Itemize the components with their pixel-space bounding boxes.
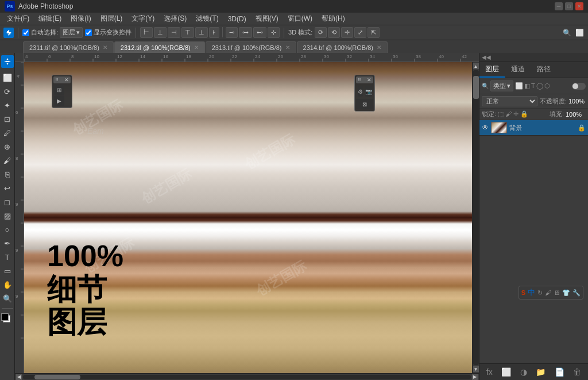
align-left-btn[interactable]: ⊢ — [140, 27, 153, 38]
close-button[interactable]: ✕ — [575, 2, 583, 10]
widget-2-icon-2[interactable]: 📷 — [365, 86, 372, 97]
zhong-icon[interactable]: 中 — [528, 287, 535, 298]
menu-select[interactable]: 选择(S) — [159, 13, 191, 25]
tab-1[interactable]: 2312.tif @ 100%(RGB/8) ✕ — [114, 41, 205, 53]
rotate-icon[interactable]: ↻ — [537, 289, 543, 297]
auto-select-dropdown[interactable]: 图层 ▾ — [60, 27, 83, 38]
tool-zoom[interactable]: 🔍 — [1, 292, 14, 305]
blend-mode-select[interactable]: 正常 — [482, 96, 537, 106]
scroll-right-arrow[interactable]: ▶ — [472, 374, 478, 380]
tool-gradient[interactable]: ▨ — [1, 209, 14, 222]
lock-position-icon[interactable]: ✛ — [513, 110, 519, 118]
3d-orbit-btn[interactable]: ⟳ — [315, 27, 327, 38]
menu-type[interactable]: 文字(Y) — [127, 13, 159, 25]
screen-icon[interactable]: 🖥 — [554, 289, 560, 296]
restore-button[interactable]: □ — [565, 2, 573, 10]
menu-layer[interactable]: 图层(L) — [96, 13, 127, 25]
canvas-widget-2[interactable]: ⠿ ✕ ⚙ 📷 ⊠ — [354, 75, 375, 112]
filter-smart-icon[interactable]: ⬡ — [544, 82, 550, 90]
3d-slide-btn[interactable]: ⤢ — [354, 27, 366, 38]
tab-2-close[interactable]: ✕ — [285, 44, 290, 51]
lock-transparent-icon[interactable]: ⬚ — [498, 110, 504, 118]
tool-brush[interactable]: 🖌 — [1, 154, 14, 167]
widget-2-icon-1[interactable]: ⚙ — [358, 86, 363, 97]
tool-heal[interactable]: ⊕ — [1, 140, 14, 153]
panel-tab-channels[interactable]: 通道 — [505, 62, 531, 78]
scroll-up-arrow[interactable]: ▲ — [473, 63, 479, 69]
scroll-left-arrow[interactable]: ◀ — [16, 374, 22, 380]
tool-shape[interactable]: ▭ — [1, 264, 14, 277]
add-layer-btn[interactable]: 📄 — [554, 366, 566, 378]
auto-select-checkbox[interactable] — [22, 29, 29, 36]
widget-2-icon-3[interactable]: ⊠ — [356, 99, 373, 109]
3d-roll-btn[interactable]: ⟲ — [328, 27, 340, 38]
tab-0-close[interactable]: ✕ — [103, 44, 107, 51]
tab-0[interactable]: 2311.tif @ 100%(RGB/8) ✕ — [23, 41, 114, 53]
widget-1-close[interactable]: ✕ — [64, 77, 69, 83]
tab-3-close[interactable]: ✕ — [377, 44, 381, 51]
tool-magic-wand[interactable]: ✦ — [1, 99, 14, 112]
add-mask-btn[interactable]: ⬜ — [500, 366, 512, 378]
tab-2[interactable]: 2313.tif @ 100%(RGB/8) ✕ — [206, 41, 296, 53]
scroll-thumb-v[interactable] — [473, 76, 479, 99]
canvas-widget-1[interactable]: ⠿ ✕ ⊞ ▶ — [52, 75, 72, 108]
menu-window[interactable]: 窗口(W) — [283, 13, 317, 25]
lock-all-icon[interactable]: 🔒 — [520, 110, 528, 118]
panel-collapse-bar[interactable]: ◀◀ — [479, 53, 588, 62]
delete-layer-btn[interactable]: 🗑 — [572, 366, 582, 378]
layers-filter-toggle[interactable] — [572, 83, 586, 90]
layer-visibility-eye[interactable]: 👁 — [482, 124, 489, 132]
tool-text[interactable]: T — [1, 251, 14, 263]
show-transform-checkbox[interactable] — [85, 29, 92, 36]
align-center-h-btn[interactable]: ⊥ — [154, 27, 167, 38]
distribute-3-btn[interactable]: ⊷ — [253, 27, 266, 38]
minimize-button[interactable]: ─ — [555, 2, 563, 10]
filter-pixel-icon[interactable]: ⬜ — [515, 82, 523, 90]
scroll-down-arrow[interactable]: ▼ — [473, 366, 479, 372]
tool-dodge[interactable]: ○ — [1, 223, 14, 236]
distribute-v-btn[interactable]: ⊶ — [239, 27, 252, 38]
vertical-scrollbar[interactable]: ▲ ▼ — [472, 62, 479, 373]
tool-eyedropper[interactable]: 🖊 — [1, 126, 14, 139]
menu-filter[interactable]: 滤镜(T) — [191, 13, 223, 25]
align-center-v-btn[interactable]: ⊥ — [195, 27, 208, 38]
filter-type-icon[interactable]: T — [531, 82, 535, 90]
distribute-4-btn[interactable]: ⊹ — [268, 27, 280, 38]
widget-1-play[interactable]: ▶ — [54, 95, 64, 106]
tool-clone[interactable]: ⎘ — [1, 168, 14, 181]
align-top-btn[interactable]: ⊤ — [181, 27, 194, 38]
layer-item-background[interactable]: 👁 背景 🔒 — [479, 120, 588, 136]
panel-tab-layers[interactable]: 图层 — [479, 62, 505, 78]
move-tool-icon[interactable] — [3, 28, 14, 38]
menu-file[interactable]: 文件(F) — [2, 13, 34, 25]
filter-adjust-icon[interactable]: ◧ — [524, 82, 530, 90]
3d-scale-btn[interactable]: ⇱ — [368, 27, 380, 38]
tab-1-close[interactable]: ✕ — [194, 44, 199, 51]
scroll-thumb-h[interactable] — [34, 375, 80, 379]
tool-lasso[interactable]: ⟳ — [1, 85, 14, 98]
menu-edit[interactable]: 编辑(E) — [34, 13, 66, 25]
lock-paint-icon[interactable]: 🖌 — [505, 110, 512, 118]
tool-crop[interactable]: ⊡ — [1, 113, 14, 125]
brush2-icon[interactable]: 🖌 — [545, 289, 551, 296]
wrench-icon[interactable]: 🔧 — [572, 289, 581, 297]
tool-history-brush[interactable]: ↩ — [1, 182, 14, 194]
align-right-btn[interactable]: ⊣ — [168, 27, 180, 38]
filter-shape-icon[interactable]: ◯ — [536, 82, 543, 90]
color-swatches[interactable] — [1, 313, 14, 326]
panel-collapse-icon[interactable]: ◀◀ — [482, 54, 491, 60]
tool-hand[interactable]: ✋ — [1, 278, 14, 291]
menu-view[interactable]: 视图(V) — [251, 13, 283, 25]
canvas[interactable]: 创艺国际 创艺国际 创艺国际 创艺国际 创艺国际 Eam ⠿ ✕ ⊞ ▶ — [24, 62, 472, 373]
add-adjustment-btn[interactable]: ◑ — [519, 366, 528, 378]
menu-image[interactable]: 图像(I) — [66, 13, 95, 25]
tool-eraser[interactable]: ◻ — [1, 195, 14, 208]
add-style-btn[interactable]: fx — [485, 366, 494, 378]
tab-3[interactable]: 2314.bf @ 100%(RGB/8) ✕ — [297, 41, 388, 53]
3d-pan-btn[interactable]: ✛ — [341, 27, 353, 38]
distribute-h-btn[interactable]: ⊸ — [226, 27, 238, 38]
s-icon[interactable]: S — [521, 289, 525, 296]
workspace-icon[interactable]: ⬜ — [574, 28, 585, 38]
search-icon[interactable]: 🔍 — [562, 28, 572, 38]
align-bottom-btn[interactable]: ⊦ — [209, 27, 219, 38]
